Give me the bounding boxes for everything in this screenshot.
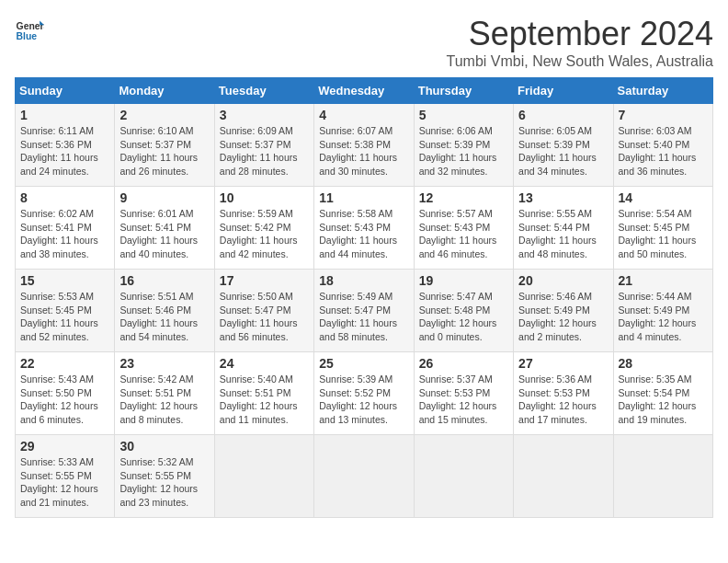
calendar-cell: 10Sunrise: 5:59 AMSunset: 5:42 PMDayligh… [214, 187, 313, 270]
calendar-cell: 6Sunrise: 6:05 AMSunset: 5:39 PMDaylight… [514, 104, 613, 187]
calendar-cell: 17Sunrise: 5:50 AMSunset: 5:47 PMDayligh… [214, 270, 313, 352]
day-info: Sunrise: 5:51 AMSunset: 5:46 PMDaylight:… [119, 290, 209, 344]
day-number: 15 [20, 273, 109, 288]
logo-icon: General Blue [15, 15, 44, 44]
calendar-header-row: SundayMondayTuesdayWednesdayThursdayFrid… [16, 78, 713, 104]
day-info: Sunrise: 5:32 AMSunset: 5:55 PMDaylight:… [119, 455, 209, 510]
day-info: Sunrise: 6:02 AMSunset: 5:41 PMDaylight:… [20, 207, 109, 261]
day-number: 8 [20, 190, 109, 205]
day-info: Sunrise: 5:33 AMSunset: 5:55 PMDaylight:… [20, 455, 109, 510]
calendar-cell: 27Sunrise: 5:36 AMSunset: 5:53 PMDayligh… [514, 352, 613, 435]
page-header: General Blue September 2024 Tumbi Vmbi, … [15, 15, 713, 70]
day-info: Sunrise: 6:09 AMSunset: 5:37 PMDaylight:… [220, 124, 309, 178]
calendar-cell [414, 435, 513, 518]
day-number: 30 [119, 439, 209, 454]
day-number: 20 [518, 273, 608, 288]
calendar-cell [314, 435, 414, 518]
day-info: Sunrise: 6:10 AMSunset: 5:37 PMDaylight:… [119, 124, 209, 178]
calendar-cell: 20Sunrise: 5:46 AMSunset: 5:49 PMDayligh… [514, 270, 613, 352]
day-number: 24 [220, 356, 309, 371]
title-block: September 2024 Tumbi Vmbi, New South Wal… [447, 15, 713, 70]
svg-text:Blue: Blue [17, 31, 38, 41]
calendar-cell: 28Sunrise: 5:35 AMSunset: 5:54 PMDayligh… [613, 352, 712, 435]
day-info: Sunrise: 5:47 AMSunset: 5:48 PMDaylight:… [419, 290, 508, 344]
calendar-cell: 25Sunrise: 5:39 AMSunset: 5:52 PMDayligh… [314, 352, 414, 435]
day-number: 26 [419, 356, 508, 371]
day-info: Sunrise: 6:11 AMSunset: 5:36 PMDaylight:… [20, 124, 109, 178]
calendar-week-2: 15Sunrise: 5:53 AMSunset: 5:45 PMDayligh… [16, 270, 713, 352]
day-info: Sunrise: 5:46 AMSunset: 5:49 PMDaylight:… [518, 290, 608, 344]
day-number: 29 [20, 439, 109, 454]
calendar-cell: 12Sunrise: 5:57 AMSunset: 5:43 PMDayligh… [414, 187, 513, 270]
day-info: Sunrise: 5:44 AMSunset: 5:49 PMDaylight:… [619, 290, 708, 344]
calendar-cell: 23Sunrise: 5:42 AMSunset: 5:51 PMDayligh… [115, 352, 214, 435]
day-number: 28 [619, 356, 708, 371]
calendar-cell: 1Sunrise: 6:11 AMSunset: 5:36 PMDaylight… [16, 104, 115, 187]
day-number: 12 [419, 190, 508, 205]
calendar-cell [613, 435, 712, 518]
day-info: Sunrise: 5:54 AMSunset: 5:45 PMDaylight:… [619, 207, 708, 261]
calendar-cell: 2Sunrise: 6:10 AMSunset: 5:37 PMDaylight… [115, 104, 214, 187]
header-sunday: Sunday [16, 78, 115, 104]
calendar-table: SundayMondayTuesdayWednesdayThursdayFrid… [15, 77, 713, 518]
day-number: 17 [220, 273, 309, 288]
day-info: Sunrise: 6:01 AMSunset: 5:41 PMDaylight:… [119, 207, 209, 261]
day-info: Sunrise: 5:37 AMSunset: 5:53 PMDaylight:… [419, 373, 508, 427]
calendar-week-3: 22Sunrise: 5:43 AMSunset: 5:50 PMDayligh… [16, 352, 713, 435]
day-number: 16 [119, 273, 209, 288]
calendar-cell: 26Sunrise: 5:37 AMSunset: 5:53 PMDayligh… [414, 352, 513, 435]
calendar-cell: 16Sunrise: 5:51 AMSunset: 5:46 PMDayligh… [115, 270, 214, 352]
calendar-cell: 8Sunrise: 6:02 AMSunset: 5:41 PMDaylight… [16, 187, 115, 270]
header-thursday: Thursday [414, 78, 513, 104]
day-number: 9 [119, 190, 209, 205]
day-info: Sunrise: 5:58 AMSunset: 5:43 PMDaylight:… [319, 207, 408, 261]
day-info: Sunrise: 5:50 AMSunset: 5:47 PMDaylight:… [220, 290, 309, 344]
header-saturday: Saturday [613, 78, 712, 104]
calendar-cell: 30Sunrise: 5:32 AMSunset: 5:55 PMDayligh… [115, 435, 214, 518]
day-info: Sunrise: 5:53 AMSunset: 5:45 PMDaylight:… [20, 290, 109, 344]
calendar-week-4: 29Sunrise: 5:33 AMSunset: 5:55 PMDayligh… [16, 435, 713, 518]
logo: General Blue [15, 15, 44, 44]
day-info: Sunrise: 6:05 AMSunset: 5:39 PMDaylight:… [518, 124, 608, 178]
day-info: Sunrise: 5:55 AMSunset: 5:44 PMDaylight:… [518, 207, 608, 261]
day-number: 1 [20, 108, 109, 122]
day-info: Sunrise: 5:43 AMSunset: 5:50 PMDaylight:… [20, 373, 109, 427]
day-number: 6 [518, 108, 608, 122]
day-info: Sunrise: 5:40 AMSunset: 5:51 PMDaylight:… [220, 373, 309, 427]
calendar-cell: 11Sunrise: 5:58 AMSunset: 5:43 PMDayligh… [314, 187, 414, 270]
day-number: 10 [220, 190, 309, 205]
day-number: 13 [518, 190, 608, 205]
day-number: 18 [319, 273, 408, 288]
day-info: Sunrise: 5:59 AMSunset: 5:42 PMDaylight:… [220, 207, 309, 261]
calendar-cell: 5Sunrise: 6:06 AMSunset: 5:39 PMDaylight… [414, 104, 513, 187]
calendar-cell: 29Sunrise: 5:33 AMSunset: 5:55 PMDayligh… [16, 435, 115, 518]
header-friday: Friday [514, 78, 613, 104]
day-info: Sunrise: 6:03 AMSunset: 5:40 PMDaylight:… [619, 124, 708, 178]
header-tuesday: Tuesday [214, 78, 313, 104]
calendar-cell: 21Sunrise: 5:44 AMSunset: 5:49 PMDayligh… [613, 270, 712, 352]
day-number: 2 [119, 108, 209, 122]
calendar-cell: 9Sunrise: 6:01 AMSunset: 5:41 PMDaylight… [115, 187, 214, 270]
calendar-week-0: 1Sunrise: 6:11 AMSunset: 5:36 PMDaylight… [16, 104, 713, 187]
header-monday: Monday [115, 78, 214, 104]
calendar-cell: 14Sunrise: 5:54 AMSunset: 5:45 PMDayligh… [613, 187, 712, 270]
day-number: 11 [319, 190, 408, 205]
header-wednesday: Wednesday [314, 78, 414, 104]
calendar-cell [514, 435, 613, 518]
location-subtitle: Tumbi Vmbi, New South Wales, Australia [447, 53, 713, 70]
calendar-week-1: 8Sunrise: 6:02 AMSunset: 5:41 PMDaylight… [16, 187, 713, 270]
day-number: 5 [419, 108, 508, 122]
day-number: 21 [619, 273, 708, 288]
calendar-cell: 4Sunrise: 6:07 AMSunset: 5:38 PMDaylight… [314, 104, 414, 187]
calendar-cell: 24Sunrise: 5:40 AMSunset: 5:51 PMDayligh… [214, 352, 313, 435]
day-info: Sunrise: 6:07 AMSunset: 5:38 PMDaylight:… [319, 124, 408, 178]
day-number: 3 [220, 108, 309, 122]
day-info: Sunrise: 5:49 AMSunset: 5:47 PMDaylight:… [319, 290, 408, 344]
day-info: Sunrise: 5:35 AMSunset: 5:54 PMDaylight:… [619, 373, 708, 427]
month-title: September 2024 [447, 15, 713, 53]
day-info: Sunrise: 5:39 AMSunset: 5:52 PMDaylight:… [319, 373, 408, 427]
day-number: 27 [518, 356, 608, 371]
calendar-cell: 3Sunrise: 6:09 AMSunset: 5:37 PMDaylight… [214, 104, 313, 187]
day-number: 4 [319, 108, 408, 122]
calendar-cell: 15Sunrise: 5:53 AMSunset: 5:45 PMDayligh… [16, 270, 115, 352]
